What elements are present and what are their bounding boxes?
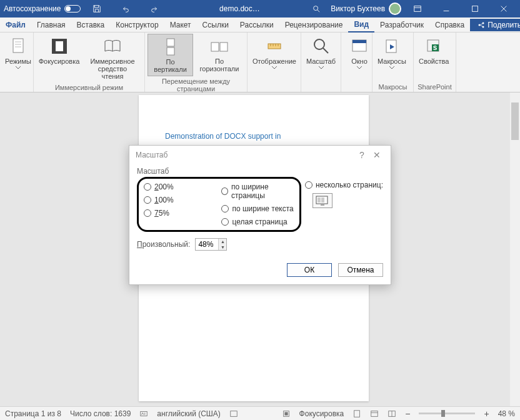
tab-mailings[interactable]: Рассылки (234, 18, 279, 32)
custom-zoom-spinner[interactable]: ▲ ▼ (195, 238, 227, 251)
avatar[interactable] (389, 2, 401, 15)
ribbon: Режимы Фокусировка Иммерсивное средство … (0, 32, 520, 92)
svg-rect-43 (284, 412, 288, 415)
tab-insert[interactable]: Вставка (71, 18, 111, 32)
zoom-radio-multi[interactable]: несколько страниц: (305, 181, 383, 189)
accessibility-icon[interactable] (229, 409, 238, 418)
tab-review[interactable]: Рецензирование (279, 18, 349, 32)
view-read-icon[interactable] (370, 409, 379, 418)
zoom-radio-page-width[interactable]: по ширине страницы (221, 182, 294, 200)
status-words[interactable]: Число слов: 1639 (70, 409, 131, 418)
ok-button[interactable]: ОК (287, 263, 332, 277)
chevron-down-icon (319, 66, 324, 69)
zoom-in[interactable]: + (484, 409, 489, 419)
undo-button[interactable] (113, 0, 138, 18)
cancel-button[interactable]: Отмена (338, 263, 383, 277)
immersive-group-title: Иммерсивный режим (36, 82, 142, 92)
zoom-label: Масштаб (306, 58, 336, 65)
tab-layout[interactable]: Макет (164, 18, 197, 32)
ribbon-group-window: Окно (341, 32, 372, 92)
tab-developer[interactable]: Разработчик (374, 18, 429, 32)
spellcheck-icon[interactable] (139, 409, 148, 418)
horizontal-pages-icon (209, 36, 229, 56)
modes-button[interactable]: Режимы (2, 34, 34, 82)
zoom-radio-text-width[interactable]: по ширине текста (221, 204, 294, 213)
zoom-value[interactable]: 48 % (498, 409, 515, 418)
ribbon-options-button[interactable] (405, 0, 430, 18)
status-page[interactable]: Страница 1 из 8 (5, 409, 61, 418)
zoom-dialog: Масштаб ? ✕ Масштаб 200% 100% 75% по шир… (129, 145, 391, 285)
custom-zoom-input[interactable] (196, 240, 218, 249)
autosave-toggle[interactable] (64, 5, 81, 12)
svg-line-28 (323, 48, 328, 53)
window-button[interactable]: Окно (344, 34, 375, 82)
horizontal-label: По горизонтали (197, 58, 242, 72)
zoom-slider[interactable] (419, 412, 475, 414)
radio-icon (144, 183, 151, 191)
user-name: Виктор Бухтеев (331, 4, 385, 13)
svg-rect-18 (167, 39, 174, 46)
ribbon-group-macros: Макросы Макросы (372, 32, 414, 92)
properties-button[interactable]: s Свойства (416, 34, 451, 82)
zoom-options-highlight: 200% 100% 75% по ширине страницы по шири… (137, 177, 301, 232)
svg-point-8 (482, 22, 484, 24)
macros-label: Макросы (378, 58, 406, 65)
focus-mode-icon[interactable] (282, 409, 291, 418)
svg-rect-22 (268, 44, 281, 49)
ruler-icon (264, 36, 284, 56)
tab-file[interactable]: Файл (0, 18, 31, 32)
status-language[interactable]: английский (США) (157, 409, 220, 418)
search-icon[interactable] (312, 4, 321, 13)
monitor-icon (315, 195, 330, 206)
tab-design[interactable]: Конструктор (110, 18, 164, 32)
radio-icon (144, 196, 151, 204)
svg-text:s: s (433, 43, 438, 52)
svg-rect-5 (472, 6, 478, 12)
dialog-help-button[interactable]: ? (354, 150, 369, 160)
redo-button[interactable] (142, 0, 167, 18)
svg-point-9 (479, 24, 481, 26)
spin-up[interactable]: ▲ (219, 239, 226, 244)
zoom-out[interactable]: − (405, 409, 410, 419)
vertical-scrollbar[interactable] (510, 92, 520, 406)
sharepoint-icon: s (424, 36, 444, 56)
radio-icon (305, 181, 312, 189)
save-button[interactable] (84, 0, 109, 18)
zoom-radio-whole-page[interactable]: целая страница (221, 218, 294, 226)
macros-button[interactable]: Макросы (375, 34, 409, 82)
display-button[interactable]: Отображение (250, 34, 299, 82)
zoom-button[interactable]: Масштаб (304, 34, 338, 82)
dialog-close-button[interactable]: ✕ (369, 150, 384, 160)
view-print-icon[interactable] (352, 409, 361, 418)
tab-home[interactable]: Главная (31, 18, 71, 32)
svg-rect-38 (321, 198, 324, 202)
horizontal-button[interactable]: По горизонтали (194, 34, 244, 76)
book-icon (102, 36, 122, 56)
page-icon (8, 36, 28, 56)
multi-pages-button[interactable] (312, 193, 332, 208)
spin-down[interactable]: ▼ (219, 244, 226, 250)
radio-icon (144, 209, 151, 217)
svg-rect-44 (354, 410, 360, 417)
scrollbar-thumb[interactable] (511, 102, 519, 140)
immersive-reader-button[interactable]: Иммерсивное средство чтения (83, 34, 142, 82)
tab-references[interactable]: Ссылки (197, 18, 234, 32)
chevron-down-icon (272, 66, 277, 69)
zoom-radio-75[interactable]: 75% (144, 209, 216, 218)
maximize-button[interactable] (462, 0, 488, 18)
tab-help[interactable]: Справка (429, 18, 470, 32)
minimize-button[interactable] (434, 0, 459, 18)
vertical-button[interactable]: По вертикали (148, 34, 193, 76)
status-focus[interactable]: Фокусировка (299, 409, 344, 418)
ribbon-group-display: Отображение (248, 32, 301, 92)
view-web-icon[interactable] (388, 409, 396, 418)
focus-button[interactable]: Фокусировка (36, 34, 82, 82)
zoom-radio-100[interactable]: 100% (144, 196, 216, 204)
share-button[interactable]: Поделиться (470, 19, 520, 31)
custom-zoom-label: Произвольный: (137, 240, 190, 249)
close-button[interactable] (491, 0, 516, 18)
tab-view[interactable]: Вид (348, 18, 374, 32)
window-label: Окно (351, 58, 368, 65)
undo-icon (121, 4, 130, 13)
zoom-radio-200[interactable]: 200% (144, 182, 216, 191)
